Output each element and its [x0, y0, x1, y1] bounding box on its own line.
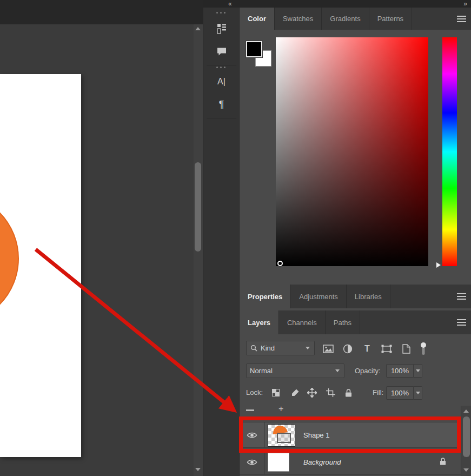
tab-gradients-label: Gradients — [330, 15, 360, 23]
dock-drag-handle[interactable] — [220, 12, 222, 14]
partial-row-dash — [246, 409, 254, 411]
opacity-label: Opacity: — [355, 363, 381, 378]
lock-image-pixels-button[interactable] — [288, 386, 302, 399]
canvas-top-bar — [0, 0, 203, 24]
blend-mode-value: Normal — [250, 367, 273, 375]
opacity-dropdown-button[interactable] — [414, 364, 422, 378]
speech-bubble-icon — [216, 47, 227, 56]
fill-dropdown-button[interactable] — [414, 386, 422, 400]
shape-rectangle-icon — [381, 345, 392, 353]
scroll-down-icon[interactable] — [195, 468, 201, 471]
paragraph-panel-button[interactable]: ¶ — [203, 93, 240, 116]
tab-swatches-label: Swatches — [283, 15, 313, 23]
opacity-value-field[interactable]: 100% — [386, 364, 414, 378]
tab-patterns-label: Patterns — [377, 15, 403, 23]
properties-panel-menu-icon[interactable] — [457, 293, 466, 300]
collapsed-panel-dock: A| ¶ — [203, 0, 240, 476]
document-canvas[interactable] — [0, 74, 81, 457]
layers-panel-tabbar: Layers Channels Paths — [240, 310, 471, 334]
filter-type-layers-button[interactable]: T — [360, 342, 374, 356]
scroll-up-icon[interactable] — [195, 27, 201, 30]
tab-layers-label: Layers — [248, 319, 270, 327]
chevron-down-icon — [416, 392, 420, 394]
image-icon — [323, 345, 334, 353]
tab-layers[interactable]: Layers — [240, 310, 279, 334]
move-icon — [307, 388, 317, 398]
layer-visibility-toggle[interactable] — [240, 450, 265, 474]
tab-gradients[interactable]: Gradients — [322, 8, 369, 30]
layer-thumbnail[interactable] — [268, 453, 289, 472]
tab-properties-label: Properties — [248, 293, 282, 301]
collapse-panels-icon[interactable]: » — [463, 0, 467, 8]
color-panel-menu-icon[interactable] — [457, 16, 466, 22]
tab-libraries-label: Libraries — [355, 293, 382, 301]
smart-object-icon — [402, 344, 410, 354]
search-icon — [250, 345, 257, 352]
saturation-brightness-field[interactable] — [276, 37, 428, 266]
comment-panel-button[interactable] — [203, 40, 240, 63]
canvas-vertical-scrollbar[interactable] — [194, 24, 203, 476]
chevron-down-icon — [335, 369, 340, 372]
chevron-down-icon — [416, 369, 420, 372]
tab-color[interactable]: Color — [240, 8, 275, 30]
filter-shape-layers-button[interactable] — [380, 342, 394, 356]
paragraph-panel-icon: ¶ — [219, 99, 224, 110]
dock-drag-handle[interactable] — [220, 67, 222, 68]
tab-libraries[interactable]: Libraries — [347, 285, 390, 308]
tab-channels[interactable]: Channels — [279, 310, 326, 334]
notes-icon — [217, 23, 227, 34]
collapse-dock-icon[interactable]: « — [228, 0, 231, 8]
brush-icon — [291, 389, 299, 397]
character-panel-icon: A| — [217, 77, 225, 87]
layers-scrollbar-thumb[interactable] — [463, 416, 470, 457]
color-picker-cursor[interactable] — [277, 261, 283, 266]
foreground-color-swatch[interactable] — [246, 41, 262, 57]
orange-circle-shape[interactable] — [0, 193, 19, 325]
tab-swatches[interactable]: Swatches — [275, 8, 322, 30]
lock-transparent-pixels-button[interactable] — [269, 386, 283, 399]
canvas-scrollbar-thumb[interactable] — [195, 162, 201, 252]
notes-panel-button[interactable] — [203, 17, 240, 40]
panel-stack: Color Swatches Gradients Patterns Proper… — [240, 0, 471, 476]
scroll-up-icon[interactable] — [463, 409, 469, 413]
layer-filter-kind-dropdown[interactable]: Kind — [246, 341, 315, 355]
tab-paths[interactable]: Paths — [326, 310, 360, 334]
filter-adjustment-layers-button[interactable] — [341, 342, 355, 356]
layer-row-background[interactable]: Background — [240, 450, 471, 475]
tab-adjustments-label: Adjustments — [299, 293, 338, 301]
partially-visible-row: + — [240, 405, 456, 415]
scroll-down-icon[interactable] — [463, 468, 469, 472]
dock-separator — [207, 118, 236, 118]
background-locked-indicator[interactable] — [440, 458, 446, 467]
chevron-down-icon — [306, 347, 310, 349]
annotation-highlight-rectangle — [239, 416, 461, 453]
tab-properties[interactable]: Properties — [240, 285, 291, 308]
layer-filtering-toggle[interactable] — [419, 342, 428, 356]
properties-panel-tabbar: Properties Adjustments Libraries — [240, 285, 471, 308]
layer-name[interactable]: Background — [303, 450, 341, 474]
filter-pixel-layers-button[interactable] — [321, 342, 335, 356]
panel-group-header: « » — [203, 0, 471, 8]
opacity-value: 100% — [391, 367, 409, 375]
dock-separator — [207, 65, 236, 65]
lock-position-button[interactable] — [305, 386, 319, 399]
lock-all-button[interactable] — [341, 386, 355, 399]
character-panel-button[interactable]: A| — [203, 70, 240, 93]
tab-color-label: Color — [248, 15, 266, 23]
hue-slider-marker[interactable] — [436, 262, 441, 268]
lock-artboard-nesting-button[interactable] — [323, 386, 337, 399]
fill-value-field[interactable]: 100% — [386, 386, 414, 400]
color-panel-body — [240, 30, 471, 281]
filter-toggle-pin-icon — [420, 342, 427, 356]
layers-scrollbar[interactable] — [461, 406, 471, 476]
layer-filter-kind-label: Kind — [261, 344, 275, 352]
hue-slider[interactable] — [442, 37, 457, 266]
tab-adjustments[interactable]: Adjustments — [291, 285, 347, 308]
blend-mode-dropdown[interactable]: Normal — [246, 363, 344, 378]
filter-smart-objects-button[interactable] — [399, 342, 413, 356]
layers-panel-menu-icon[interactable] — [457, 319, 466, 326]
canvas-area — [0, 0, 203, 476]
tab-patterns[interactable]: Patterns — [369, 8, 412, 30]
half-circle-icon — [343, 344, 353, 354]
photoshop-window: A| ¶ « » Color Swatches Gradients Patter… — [0, 0, 471, 476]
